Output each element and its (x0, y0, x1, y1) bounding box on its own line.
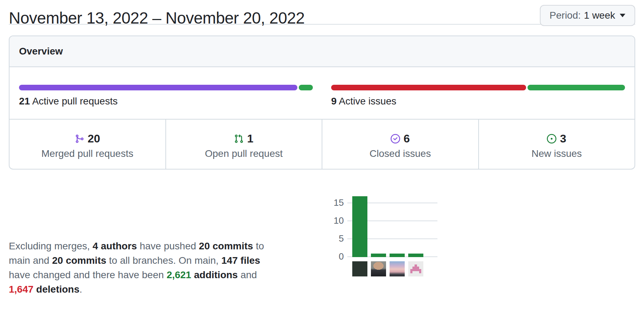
open-pull-requests-count: 1 (247, 132, 253, 145)
issue-opened-icon (547, 134, 556, 143)
issue-closed-icon (391, 134, 400, 143)
overview-stats-row: 20 Merged pull requests 1 Open pull requ… (10, 119, 634, 169)
commits-per-author-chart: 051015 (326, 193, 635, 285)
active-pull-requests-count: 21 (19, 96, 30, 107)
active-pull-requests-summary: 21 Active pull requests (19, 85, 313, 107)
stat-merged-pull-requests-top: 20 (10, 132, 165, 145)
active-issues-summary: 9 Active issues (331, 85, 625, 107)
commit-bar-author-2 (371, 254, 386, 257)
pulse-header: November 13, 2022 – November 20, 2022 Pe… (9, 0, 635, 24)
author-avatar-2[interactable] (371, 261, 386, 276)
closed-issues-segment (331, 85, 526, 90)
pulse-page: November 13, 2022 – November 20, 2022 Pe… (9, 0, 635, 296)
commit-bar-author-1 (352, 196, 367, 257)
git-merge-icon (75, 134, 84, 143)
author-avatar-1[interactable] (352, 261, 367, 276)
stat-open-pull-requests[interactable]: 1 Open pull request (165, 120, 322, 169)
y-axis-tick-15: 15 (326, 197, 344, 208)
merged-pull-requests-segment (19, 85, 297, 90)
new-issues-count: 3 (560, 132, 566, 145)
active-issues-label: 9 Active issues (331, 96, 625, 107)
author-avatar-3[interactable] (390, 261, 405, 276)
stat-closed-issues-top: 6 (322, 132, 478, 145)
active-pull-requests-text: Active pull requests (32, 96, 118, 107)
merged-pull-requests-count: 20 (88, 132, 100, 145)
issues-progress-bar (331, 85, 625, 90)
active-issues-count: 9 (331, 96, 337, 107)
y-axis-tick-0: 0 (326, 251, 344, 262)
commit-summary-text: Excluding merges, 4 authors have pushed … (9, 239, 282, 296)
closed-issues-count: 6 (404, 132, 410, 145)
dropdown-caret-icon (620, 14, 625, 17)
new-issues-segment (528, 85, 625, 90)
git-pull-request-icon (234, 134, 244, 143)
overview-heading: Overview (19, 46, 63, 57)
active-pull-requests-label: 21 Active pull requests (19, 96, 313, 107)
period-dropdown-button[interactable]: Period: 1 week (540, 5, 635, 26)
y-axis-tick-5: 5 (326, 233, 344, 244)
y-axis-tick-10: 10 (326, 215, 344, 226)
chart-plot-area: 051015 (351, 194, 437, 257)
stat-closed-issues[interactable]: 6 Closed issues (322, 120, 478, 169)
author-avatar-4[interactable] (408, 261, 423, 276)
period-value: 1 week (584, 10, 615, 21)
new-issues-label: New issues (479, 148, 635, 159)
stat-merged-pull-requests[interactable]: 20 Merged pull requests (10, 120, 165, 169)
commit-bar-author-3 (390, 254, 405, 257)
pull-requests-progress-bar (19, 85, 313, 90)
stat-new-issues-top: 3 (479, 132, 635, 145)
activity-progress-row: 21 Active pull requests 9 Active issues (10, 67, 634, 119)
commit-bar-author-4 (408, 254, 423, 257)
stat-open-pull-requests-top: 1 (166, 132, 322, 145)
identicon-avatar-art (408, 261, 423, 276)
open-pull-requests-segment (299, 85, 313, 90)
stat-new-issues[interactable]: 3 New issues (478, 120, 635, 169)
merged-pull-requests-label: Merged pull requests (10, 148, 165, 159)
overview-panel: Overview 21 Active pull requests 9 Activ… (9, 36, 635, 170)
commit-activity-section: Excluding merges, 4 authors have pushed … (9, 193, 635, 296)
open-pull-requests-label: Open pull request (166, 148, 322, 159)
overview-panel-header: Overview (10, 36, 634, 67)
commit-summary-column: Excluding merges, 4 authors have pushed … (9, 193, 282, 296)
active-issues-text: Active issues (339, 96, 396, 107)
closed-issues-label: Closed issues (322, 148, 478, 159)
period-label: Period: (550, 10, 581, 21)
